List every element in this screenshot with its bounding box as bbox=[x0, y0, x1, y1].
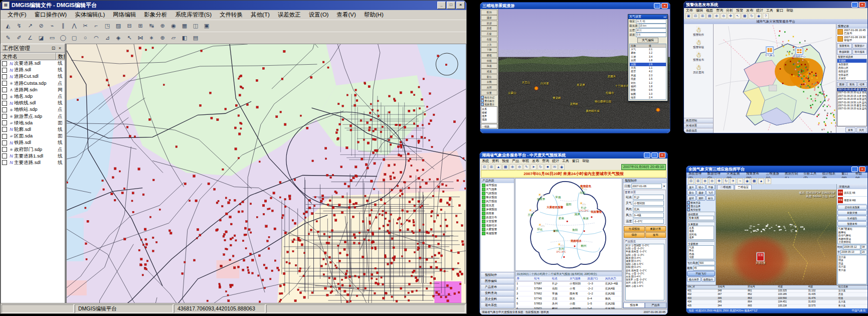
field-dropdown[interactable]: 小雪转阴 bbox=[633, 201, 664, 206]
city-marker[interactable]: ☀☁ 衡阳 bbox=[572, 228, 578, 232]
menu-item[interactable]: 查询 bbox=[542, 159, 549, 164]
list-item[interactable]: 水系 bbox=[482, 107, 496, 111]
file-checkbox[interactable] bbox=[2, 134, 7, 139]
file-checkbox[interactable] bbox=[2, 68, 7, 73]
area-item[interactable]: 东部新区 bbox=[837, 63, 866, 66]
module-bar[interactable]: 资料查询 bbox=[481, 290, 514, 296]
toolbar-icon[interactable]: ↯ bbox=[14, 21, 24, 31]
refresh-icon[interactable]: ↻ bbox=[749, 13, 755, 19]
render-checkbox[interactable]: 显示边界 bbox=[687, 204, 715, 208]
parameter-row[interactable]: 风速2.3 bbox=[630, 74, 666, 77]
publish-icon[interactable]: ➤ bbox=[531, 164, 537, 170]
toolbar-icon[interactable]: ▤ bbox=[191, 33, 201, 43]
column-header[interactable]: 站号 bbox=[533, 276, 551, 281]
toolbar-icon[interactable]: ◠ bbox=[91, 33, 101, 43]
file-checkbox[interactable] bbox=[2, 160, 7, 165]
menu-item[interactable]: 统计 bbox=[552, 159, 559, 164]
tree-item[interactable]: 气温预报 bbox=[481, 191, 514, 195]
hour-input[interactable]: 20 bbox=[861, 250, 867, 254]
nav-item[interactable]: ☃ 预警发布 bbox=[684, 52, 713, 62]
open-icon[interactable]: ⊟ bbox=[692, 13, 699, 19]
nav-item[interactable]: ☃ 历史查询 bbox=[684, 64, 713, 74]
tree-item[interactable]: 大雾预警 bbox=[481, 227, 514, 231]
city-marker[interactable]: ☀☁ 益阳 bbox=[566, 203, 572, 206]
table-row[interactable]: 405344 865105.238 32.575青川县 bbox=[686, 304, 867, 308]
module-bar[interactable]: 退出系统 bbox=[481, 302, 514, 308]
file-row[interactable]: ◉ 旅游景点.sdp 点 bbox=[1, 113, 65, 120]
print-icon[interactable]: ▤ bbox=[707, 13, 713, 19]
menu-item[interactable]: 查询 bbox=[716, 8, 723, 13]
column-header[interactable]: 天气现象 bbox=[569, 276, 586, 281]
layer-checkbox[interactable]: 地名注记 bbox=[481, 95, 497, 99]
file-row[interactable]: ◉ 政府部门.sdp 点 bbox=[1, 146, 65, 152]
toolbar-icon[interactable]: ⋀ bbox=[69, 21, 79, 31]
alert-icon[interactable]: ▲ bbox=[758, 178, 764, 184]
menu-item[interactable]: 发布 bbox=[532, 159, 539, 164]
parameter-row[interactable]: 地形2.4 bbox=[630, 96, 666, 99]
roam-button[interactable]: 漫游 bbox=[481, 15, 497, 20]
roam-button[interactable]: 仰视 bbox=[481, 58, 497, 63]
menu-item[interactable]: 统计 bbox=[756, 8, 763, 13]
toolbar-icon[interactable]: ✂ bbox=[80, 21, 90, 31]
nav-item[interactable]: ☃ 预警制作 bbox=[684, 27, 713, 37]
menu-item[interactable]: 影象分析 bbox=[140, 10, 171, 20]
parameter-row[interactable]: 雾效1.2 bbox=[630, 51, 666, 55]
parameter-row[interactable]: 贴图1.0 bbox=[630, 92, 666, 96]
city-marker[interactable]: ☀☁ 张家界 bbox=[537, 193, 546, 201]
refresh-icon[interactable]: ↻ bbox=[538, 164, 544, 170]
menu-item[interactable]: 帮助 bbox=[582, 159, 589, 164]
tab-forecast[interactable]: 预报单 bbox=[623, 302, 645, 308]
menu-item[interactable]: 窗口 bbox=[776, 8, 783, 13]
module-bar[interactable]: 图形编辑 bbox=[481, 278, 514, 284]
field-dropdown[interactable]: 3~4级 bbox=[633, 213, 664, 218]
rotate-icon[interactable]: ↻ bbox=[723, 178, 729, 184]
panel-tab[interactable]: 结果 bbox=[857, 82, 867, 87]
file-row[interactable]: N 道路Cut.sdl 线 bbox=[1, 73, 65, 80]
roam-button[interactable]: 俯视 bbox=[481, 53, 497, 58]
base-layer-list[interactable]: 影像底图 bbox=[688, 216, 714, 220]
zoom-in-icon[interactable]: ⊕ bbox=[702, 178, 708, 184]
edit-icon[interactable]: ✎ bbox=[524, 164, 530, 170]
table-row[interactable]: 402347 862103.186 31.435茂县 bbox=[686, 293, 867, 297]
panel-tab[interactable]: 图层 bbox=[837, 82, 846, 87]
module-bar[interactable]: 历史资料 bbox=[481, 296, 514, 302]
file-row[interactable]: ◉ 道路Cutsta.sdp 点 bbox=[1, 80, 65, 87]
close-button[interactable]: × bbox=[661, 3, 668, 9]
help-icon[interactable]: ? bbox=[763, 13, 769, 19]
titlebar[interactable]: 湖南省气象业务服务平台 - 中尺度天气预报系统 _ □ × bbox=[480, 152, 667, 159]
city-marker[interactable]: ☀☁ 邵阳 bbox=[553, 229, 559, 233]
scene-button[interactable]: 视点保存 bbox=[687, 277, 701, 282]
menu-item[interactable]: 文件(F) bbox=[4, 10, 31, 20]
minimize-button[interactable]: _ bbox=[437, 2, 446, 9]
nav-button[interactable]: 飞行 bbox=[706, 190, 715, 195]
zoom-out-icon[interactable]: ⊖ bbox=[516, 164, 523, 170]
file-row[interactable]: N 次要道路.sdl 线 bbox=[1, 60, 65, 67]
tree-item[interactable]: 温度分布 bbox=[481, 215, 514, 219]
menu-item[interactable]: 设置(O) bbox=[305, 10, 333, 20]
minimize-button[interactable]: _ bbox=[644, 152, 650, 158]
field-input[interactable]: 0.6 bbox=[636, 33, 666, 37]
menu-item[interactable]: 产品 bbox=[512, 159, 519, 164]
parameter-row[interactable]: 星空4.2 bbox=[630, 70, 666, 73]
titlebar[interactable]: 预警信息发布系统 _ × bbox=[684, 2, 867, 8]
log-row[interactable]: 2007-01-06 20:05 寒潮 蓝色 bbox=[837, 98, 866, 101]
toolbar-icon[interactable]: ⌁ bbox=[47, 21, 57, 31]
toolbar-icon[interactable]: ↗ bbox=[25, 21, 35, 31]
file-row[interactable]: N 铁路.sdl 线 bbox=[1, 139, 65, 146]
layer-checkbox[interactable]: 道路显示 bbox=[481, 102, 497, 106]
column-header[interactable]: 区站号 bbox=[747, 285, 777, 289]
minimize-button[interactable]: _ bbox=[654, 3, 660, 9]
tab-2d-map[interactable]: 二维地图 bbox=[717, 185, 734, 190]
column-header[interactable]: 站名 bbox=[551, 276, 569, 281]
date-input[interactable]: 2008-05-13 bbox=[840, 250, 860, 254]
command-button[interactable]: 刷新灾情 bbox=[837, 210, 867, 215]
action-button[interactable]: 生成预报 bbox=[624, 226, 645, 232]
open-icon[interactable]: ⊟ bbox=[688, 178, 694, 184]
save-icon[interactable]: ⊞ bbox=[488, 164, 494, 170]
nav-button[interactable]: 旋转 bbox=[687, 196, 696, 201]
menu-item[interactable]: 系统 bbox=[482, 159, 489, 164]
nav-button[interactable]: 平移 bbox=[706, 185, 715, 190]
layer-item[interactable]: 湿度 bbox=[688, 255, 714, 259]
station-building-icon[interactable]: 市气象台 bbox=[766, 47, 774, 54]
column-header-filename[interactable]: 文件名 bbox=[1, 53, 56, 60]
